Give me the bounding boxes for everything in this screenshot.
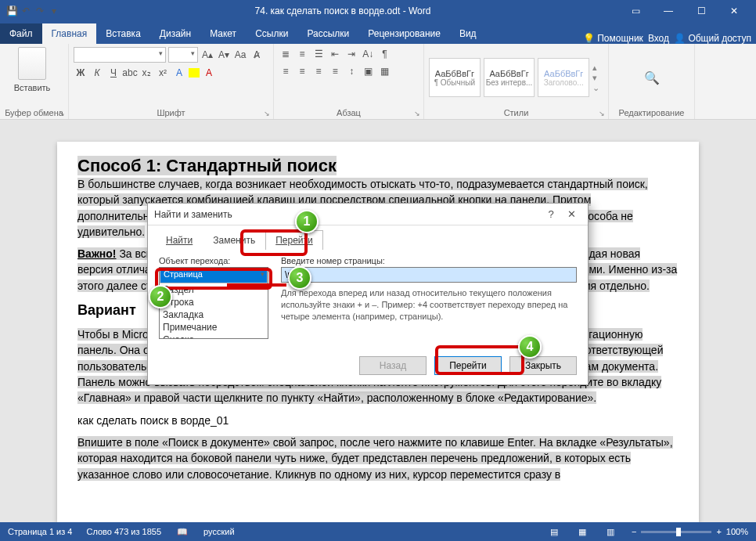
dialog-launcher-icon[interactable]: ↘ <box>264 110 270 117</box>
grow-font-icon[interactable]: A▴ <box>200 48 214 62</box>
tab-file[interactable]: Файл <box>0 23 42 44</box>
spellcheck-icon[interactable]: 📖 <box>175 525 189 538</box>
subscript-icon[interactable]: x₂ <box>139 66 153 80</box>
tab-mailings[interactable]: Рассылки <box>297 23 358 44</box>
annotation-badge-4: 4 <box>518 335 542 359</box>
doc-heading-2: Вариант <box>77 302 136 318</box>
paste-icon[interactable] <box>18 47 46 80</box>
strike-icon[interactable]: abc <box>123 66 137 80</box>
superscript-icon[interactable]: x² <box>156 66 170 80</box>
tab-view[interactable]: Вид <box>450 23 486 44</box>
dialog-launcher-icon[interactable]: ↘ <box>599 110 605 117</box>
italic-icon[interactable]: К <box>90 66 104 80</box>
window-controls: ▭ — ☐ ✕ <box>620 5 756 16</box>
save-icon[interactable]: 💾 <box>6 5 17 16</box>
change-case-icon[interactable]: Aa <box>233 48 247 62</box>
bold-icon[interactable]: Ж <box>74 66 88 80</box>
styles-scroll-down-icon[interactable]: ▾ <box>592 73 603 83</box>
sign-in[interactable]: Вход <box>648 33 669 44</box>
zoom-in-icon[interactable]: + <box>716 527 721 536</box>
group-paragraph: ≣ ≡ ☰ ⇤ ⇥ A↓ ¶ ≡ ≡ ≡ ≡ ↕ ▣ ▦ Абзац↘ <box>274 44 424 119</box>
borders-icon[interactable]: ▦ <box>377 64 391 78</box>
status-page[interactable]: Страница 1 из 4 <box>8 527 72 536</box>
undo-icon[interactable]: ↶ <box>20 5 31 16</box>
list-item[interactable]: Примечание <box>160 321 268 334</box>
web-layout-icon[interactable]: ▥ <box>603 525 617 538</box>
dialog-tab-replace[interactable]: Заменить <box>203 230 265 250</box>
goto-hint: Для перехода вперед или назад относитель… <box>281 287 577 323</box>
clear-format-icon[interactable]: A̷ <box>250 48 264 62</box>
page-number-input[interactable] <box>281 267 577 283</box>
zoom-slider[interactable] <box>641 531 711 533</box>
sort-icon[interactable]: A↓ <box>361 47 375 61</box>
tab-home[interactable]: Главная <box>42 23 97 44</box>
read-mode-icon[interactable]: ▤ <box>547 525 561 538</box>
list-item[interactable]: Строка <box>160 296 268 308</box>
numbering-icon[interactable]: ≡ <box>295 47 309 61</box>
zoom-value[interactable]: 100% <box>726 527 748 536</box>
dialog-tab-goto[interactable]: Перейти <box>265 230 323 250</box>
font-color-icon[interactable]: A <box>202 66 216 80</box>
bullets-icon[interactable]: ≣ <box>279 47 293 61</box>
group-editing: 🔍 Редактирование <box>609 44 695 119</box>
align-right-icon[interactable]: ≡ <box>311 64 326 78</box>
tab-design[interactable]: Дизайн <box>150 23 200 44</box>
dialog-title: Найти и заменить <box>154 209 232 220</box>
list-item[interactable]: Страница <box>160 268 268 283</box>
qat-more-icon[interactable]: ▾ <box>49 5 59 16</box>
title-bar: 💾 ↶ ↷ ▾ 74. как сделать поиск в ворде.od… <box>0 0 756 22</box>
status-language[interactable]: русский <box>203 527 234 536</box>
style-nospacing[interactable]: АаБбВвГгБез интерв... <box>484 58 535 97</box>
maximize-icon[interactable]: ☐ <box>686 5 717 16</box>
list-item[interactable]: Сноска <box>160 334 268 339</box>
styles-scroll-up-icon[interactable]: ▴ <box>592 63 603 73</box>
underline-icon[interactable]: Ч <box>106 66 121 80</box>
quick-access-toolbar: 💾 ↶ ↷ ▾ <box>0 5 66 16</box>
zoom-out-icon[interactable]: − <box>632 527 636 536</box>
ribbon-options-icon[interactable]: ▭ <box>620 5 651 16</box>
share-button[interactable]: 👤 Общий доступ <box>674 33 751 44</box>
align-left-icon[interactable]: ≡ <box>279 64 293 78</box>
dialog-tabs: Найти Заменить Перейти <box>148 225 588 250</box>
zoom-control[interactable]: − + 100% <box>632 527 748 536</box>
minimize-icon[interactable]: — <box>653 5 684 16</box>
dialog-launcher-icon[interactable]: ↘ <box>414 110 420 117</box>
multilevel-icon[interactable]: ☰ <box>311 47 326 61</box>
align-center-icon[interactable]: ≡ <box>295 64 309 78</box>
font-name-select[interactable] <box>74 47 166 63</box>
page-number-label: Введите номер страницы: <box>281 256 577 265</box>
indent-dec-icon[interactable]: ⇤ <box>328 47 342 61</box>
style-normal[interactable]: АаБбВвГг¶ Обычный <box>429 58 481 97</box>
find-icon[interactable]: 🔍 <box>645 70 659 85</box>
line-spacing-icon[interactable]: ↕ <box>344 64 358 78</box>
text-effects-icon[interactable]: A <box>172 66 186 80</box>
styles-more-icon[interactable]: ⌄ <box>592 83 603 93</box>
show-marks-icon[interactable]: ¶ <box>377 47 391 61</box>
close-window-icon[interactable]: ✕ <box>718 5 750 16</box>
style-heading1[interactable]: АаБбВвГгЗаголово... <box>538 58 589 97</box>
dialog-tab-find[interactable]: Найти <box>156 230 203 250</box>
justify-icon[interactable]: ≡ <box>328 64 342 78</box>
dialog-close-icon[interactable]: ✕ <box>561 208 581 220</box>
tab-insert[interactable]: Вставка <box>96 23 150 44</box>
find-replace-dialog: Найти и заменить ? ✕ Найти Заменить Пере… <box>147 203 589 385</box>
shrink-font-icon[interactable]: A▾ <box>217 48 231 62</box>
shading-icon[interactable]: ▣ <box>361 64 375 78</box>
highlight-icon[interactable] <box>189 68 200 78</box>
status-words[interactable]: Слово 473 из 1855 <box>86 527 161 536</box>
dialog-help-icon[interactable]: ? <box>541 208 561 220</box>
tab-review[interactable]: Рецензирование <box>358 23 450 44</box>
list-item[interactable]: Закладка <box>160 308 268 321</box>
dialog-go-button[interactable]: Перейти <box>434 356 502 375</box>
goto-object-list[interactable]: Страница Раздел Строка Закладка Примечан… <box>159 267 268 339</box>
print-layout-icon[interactable]: ▦ <box>575 525 589 538</box>
font-size-select[interactable] <box>168 47 198 63</box>
tell-me[interactable]: 💡 Помощник <box>583 33 643 44</box>
dialog-close-button[interactable]: Закрыть <box>509 356 577 375</box>
tab-references[interactable]: Ссылки <box>246 23 297 44</box>
group-styles: АаБбВвГг¶ Обычный АаБбВвГгБез интерв... … <box>424 44 609 119</box>
redo-icon[interactable]: ↷ <box>34 5 45 16</box>
dialog-launcher-icon[interactable]: ↘ <box>59 110 65 117</box>
indent-inc-icon[interactable]: ⇥ <box>344 47 358 61</box>
tab-layout[interactable]: Макет <box>200 23 246 44</box>
